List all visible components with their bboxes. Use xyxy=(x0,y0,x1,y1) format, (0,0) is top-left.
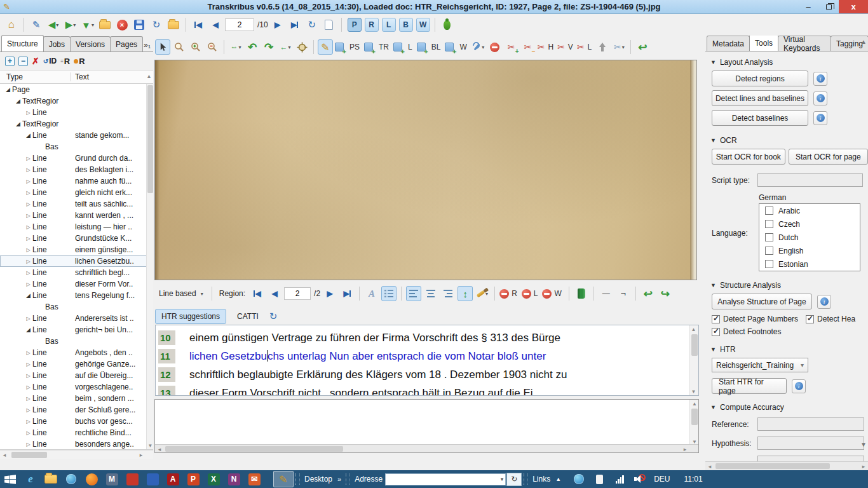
tray-network-icon[interactable] xyxy=(569,471,589,487)
remove-word-button[interactable]: W xyxy=(542,289,564,299)
toggle-regions[interactable]: R xyxy=(365,18,379,32)
insert-not-sign-button[interactable]: ¬ xyxy=(616,286,631,301)
info-button[interactable]: i xyxy=(813,72,827,86)
column-type[interactable]: Type xyxy=(0,72,71,81)
taskbar-excel[interactable]: X xyxy=(203,471,224,487)
detect-lines-baselines-button[interactable]: Detect lines and baselines xyxy=(712,90,808,106)
tree-row[interactable]: Bas xyxy=(0,301,153,313)
tab-catti[interactable]: CATTI xyxy=(231,309,264,323)
script-type-field[interactable] xyxy=(757,173,863,187)
scroll-left-icon[interactable]: ◂ xyxy=(155,445,164,453)
links-chevron-icon[interactable]: ▲ xyxy=(555,476,561,482)
remove-region-button[interactable]: R xyxy=(499,289,520,299)
tree-row[interactable]: ▷Lineauf die Übereig... xyxy=(0,370,153,381)
prev-region-button[interactable]: ◀ xyxy=(267,286,282,301)
desktop-toolbar-label[interactable]: Desktop xyxy=(304,475,332,484)
align-right-button[interactable] xyxy=(440,286,456,301)
scroll-left-icon[interactable]: ◂ xyxy=(0,451,9,459)
section-ocr[interactable]: ▼OCR xyxy=(710,136,868,145)
tree-row[interactable]: ▷Lineleistung — hier .. xyxy=(0,221,153,233)
prev-doc-button[interactable]: ◀▾ xyxy=(46,17,61,32)
tree-toggle-icon[interactable]: ▷ xyxy=(24,350,32,356)
edit-doc-button[interactable]: ✎ xyxy=(29,17,44,32)
column-text[interactable]: Text xyxy=(71,72,153,81)
tree-row[interactable]: ▷Linekannt werden , ... xyxy=(0,210,153,221)
tree-toggle-icon[interactable]: ▷ xyxy=(24,236,32,241)
line-numbering-button[interactable] xyxy=(381,286,397,301)
checkbox-icon[interactable] xyxy=(765,260,773,268)
tree-row[interactable]: ▷Linegehörige Ganze... xyxy=(0,358,153,370)
table-vscrollbar[interactable]: ▲ ▼ xyxy=(689,400,698,445)
zoom-in-tool[interactable] xyxy=(188,39,203,55)
tree-toggle-icon[interactable]: ◢ xyxy=(4,86,12,93)
language-option[interactable]: Czech xyxy=(759,217,860,231)
tree-toggle-icon[interactable]: ▷ xyxy=(24,373,32,379)
line-text[interactable]: dieser Form Vorschrift nicht , sondern e… xyxy=(189,387,533,396)
tab-virtual-keyboards[interactable]: Virtual Keyboards xyxy=(778,36,831,51)
lines-vscrollbar[interactable]: ▲ ▼ xyxy=(689,325,698,395)
taskbar-app-red[interactable] xyxy=(122,471,142,487)
tree-row[interactable]: ▷Linegleich nicht erk... xyxy=(0,187,153,198)
last-region-button[interactable]: ▶ xyxy=(339,286,355,301)
revert-button[interactable]: ↩ xyxy=(635,39,650,55)
tree-row[interactable]: ▷LineGrundstücke K... xyxy=(0,233,153,244)
add-printspace-button[interactable] xyxy=(334,39,344,55)
scroll-up-icon[interactable]: ▲ xyxy=(690,400,699,407)
htr-line[interactable]: 11 lichen Gesetzbuchs unterlag Nun aber … xyxy=(156,347,698,365)
tree-row[interactable]: ◢Linetens Regelung f... xyxy=(0,290,153,301)
tree-row[interactable]: ▷Lineschriftlich begl... xyxy=(0,267,153,278)
tree-row[interactable]: ▷Linebuchs vor gesc... xyxy=(0,416,153,427)
taskbar-mail[interactable]: ✉ xyxy=(244,471,264,487)
detect-regions-button[interactable]: Detect regions xyxy=(712,71,808,86)
dictionary-button[interactable] xyxy=(574,286,589,301)
htr-line[interactable]: 12 schriftlich beglaubigte Erklärung des… xyxy=(156,365,698,384)
tree-toggle-icon[interactable]: ▷ xyxy=(24,442,32,447)
cancel-button[interactable]: × xyxy=(114,17,130,32)
section-htr[interactable]: ▼HTR xyxy=(710,345,868,354)
fit-width-button[interactable]: ⇔▾ xyxy=(228,39,243,55)
reference-field[interactable] xyxy=(757,417,864,431)
detect-baselines-button[interactable]: Detect baselines xyxy=(712,110,808,126)
tree-toggle-icon[interactable]: ▷ xyxy=(24,224,32,230)
tree-row[interactable]: ▷Linevorgeschlagene.. xyxy=(0,381,153,393)
line-text[interactable]: lichen Gesetzbuchs unterlag Nun aber ent… xyxy=(189,350,546,363)
panel-scroll-down-icon[interactable]: ▼ xyxy=(860,441,867,448)
address-input[interactable]: ▾ xyxy=(385,473,506,485)
scroll-down-icon[interactable]: ▼ xyxy=(147,442,153,449)
tree-toggle-icon[interactable]: ▷ xyxy=(24,407,32,413)
address-go-button[interactable]: ↻ xyxy=(506,473,522,486)
taskbar-powerpoint[interactable]: P xyxy=(183,471,203,487)
minimize-button[interactable]: – xyxy=(798,0,818,13)
tree-toggle-icon[interactable]: ▷ xyxy=(24,167,32,173)
scroll-up-icon[interactable]: ▲ xyxy=(146,73,152,79)
split-horizontal-button[interactable]: ✂ xyxy=(537,39,546,55)
info-button[interactable]: i xyxy=(813,92,827,105)
toggle-printspace[interactable]: P xyxy=(348,18,362,32)
panel-hscrollbar[interactable]: ◂ ▸ xyxy=(705,461,868,470)
taskbar-browser-globe[interactable] xyxy=(61,471,81,487)
split-vertical-button[interactable]: ✂ xyxy=(557,39,566,55)
zoom-tool[interactable] xyxy=(172,39,187,55)
start-htr-page-button[interactable]: Start HTR for page xyxy=(712,378,787,394)
tree-toggle-icon[interactable]: ▷ xyxy=(24,316,32,322)
add-word-button[interactable] xyxy=(444,39,454,55)
insert-dash-button[interactable]: — xyxy=(599,286,614,301)
tree-toggle-icon[interactable]: ◢ xyxy=(24,327,32,333)
panel-scroll-up-icon[interactable]: ▲ xyxy=(860,38,867,45)
tree-row[interactable]: ▷Linerechtliche Bind... xyxy=(0,427,153,438)
toggle-lines[interactable]: L xyxy=(382,18,396,32)
dropdown-caret-icon[interactable]: ▾ xyxy=(501,476,504,482)
tree-toggle-icon[interactable]: ▷ xyxy=(24,419,32,424)
tree-toggle-icon[interactable]: ▷ xyxy=(24,270,32,276)
tree-toggle-icon[interactable]: ▷ xyxy=(24,430,32,436)
remove-numbering-button[interactable]: R xyxy=(74,57,85,66)
language-option[interactable]: Dutch xyxy=(759,231,860,244)
scroll-right-icon[interactable]: ▸ xyxy=(137,451,146,459)
toggle-baselines[interactable]: B xyxy=(399,18,413,32)
tree-toggle-icon[interactable]: ◢ xyxy=(24,292,32,299)
scroll-left-icon[interactable]: ◂ xyxy=(705,463,714,470)
prev-page-button[interactable]: ◀ xyxy=(208,17,223,32)
section-compute-accuracy[interactable]: ▼Compute Accuracy xyxy=(710,403,868,412)
tray-signal-icon[interactable] xyxy=(609,471,630,487)
restore-button[interactable] xyxy=(818,0,839,13)
